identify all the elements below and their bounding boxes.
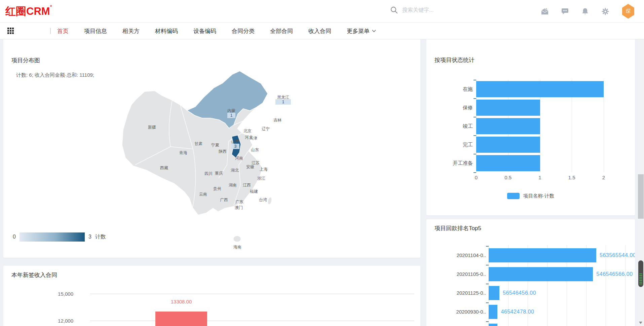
province-label: 广东 — [235, 200, 243, 204]
nav-item-5[interactable]: 设备编码 — [193, 27, 216, 35]
nav-item-8[interactable]: 收入合同 — [308, 27, 331, 35]
payment-row-label: 20201104-0.. — [439, 248, 486, 262]
payment-bar-4[interactable] — [489, 305, 497, 319]
project-status-stats-card: 按项目状态统计 00.511.52在施保修竣工完工开工准备 项目名称·计数 — [426, 38, 635, 215]
axis-tick — [473, 117, 476, 117]
y-tick-15000: 15,000 — [43, 291, 73, 297]
brand-logo: 红圈CRM° — [5, 4, 52, 19]
nav-item-2[interactable]: 项目信息 — [84, 27, 107, 35]
nav-item-7[interactable]: 全部合同 — [270, 27, 293, 35]
axis-tick — [486, 321, 489, 322]
province-label: 重庆 — [215, 171, 223, 176]
vertical-scrollbar[interactable] — [638, 33, 644, 326]
scroll-indicator-widget[interactable] — [638, 260, 643, 287]
payment-row-label: 20200930-0.. — [439, 305, 486, 319]
scrollbar-thumb[interactable] — [638, 174, 644, 219]
x-tick-label: 1 — [532, 175, 548, 180]
status-bar-chart: 00.511.52在施保修竣工完工开工准备 — [426, 38, 635, 215]
notification-bell-icon[interactable] — [581, 7, 589, 15]
province-label: 浙江 — [257, 176, 265, 181]
province-label: 辽宁 — [262, 126, 270, 131]
x-tick-label: 1.5 — [563, 175, 580, 180]
legend-gradient[interactable] — [20, 232, 85, 242]
province-label: 湖南 — [229, 183, 237, 187]
map-value-label: 1 — [230, 113, 233, 118]
chevron-down-icon — [372, 30, 376, 32]
payment-value-label: 46542478.00 — [501, 305, 534, 319]
status-bar-保修[interactable] — [476, 100, 540, 116]
payment-bar-1[interactable] — [489, 248, 596, 262]
payment-row-label: 20201125-0.. — [439, 286, 486, 300]
status-legend: 项目名称·计数 — [426, 193, 635, 199]
status-bar-开工准备[interactable] — [476, 155, 540, 171]
province-label: 云南 — [199, 192, 207, 196]
x-tick-label: 2 — [595, 175, 612, 180]
settings-gear-icon[interactable] — [601, 7, 609, 15]
province-label: 西藏 — [160, 166, 168, 170]
payment-value-label: 563565544.00 — [600, 248, 635, 262]
gridline-12000 — [90, 321, 414, 321]
payment-bar-2[interactable] — [489, 267, 593, 281]
payment-value-label: 56546456.00 — [503, 286, 536, 300]
chat-icon[interactable] — [561, 7, 569, 15]
axis-tick — [473, 80, 476, 80]
province-label: 吉林 — [273, 118, 282, 122]
search-icon[interactable] — [390, 6, 398, 14]
nav-item-1[interactable]: 首页 — [57, 27, 69, 35]
province-label: 黑龙江 — [277, 95, 289, 100]
search-input[interactable] — [402, 7, 503, 13]
payment-ranking-card: 项目回款排名Top5 20201104-0..563565544.0020201… — [426, 219, 635, 326]
axis-tick — [473, 98, 476, 99]
legend-label: 项目名称·计数 — [523, 193, 554, 199]
nav-divider — [50, 28, 51, 34]
province-label: 上海 — [260, 167, 268, 172]
axis-tick — [473, 154, 476, 154]
nav-item-6[interactable]: 合同分类 — [232, 27, 255, 35]
apps-grid-icon[interactable] — [7, 28, 14, 34]
province-label: 澳门 — [235, 205, 243, 210]
province-label: 河南 — [235, 156, 243, 160]
legend-unit: 计数 — [95, 233, 106, 241]
contract-card-title: 本年新签收入合同 — [11, 271, 57, 279]
province-label: 安徽 — [246, 165, 254, 169]
nav-item-4[interactable]: 材料编码 — [155, 27, 178, 35]
category-label: 开工准备 — [429, 155, 473, 171]
category-label: 在施 — [429, 81, 473, 97]
status-bar-竣工[interactable] — [476, 118, 540, 134]
payment-bar-chart: 20201104-0..563565544.0020201105-0..5465… — [426, 219, 635, 326]
province-label: 山东 — [251, 147, 259, 152]
page: 红圈CRM° 琛 — [0, 0, 644, 326]
province-label: 贵州 — [213, 186, 221, 191]
payment-bar-5[interactable] — [489, 324, 497, 326]
legend-max: 3 — [88, 234, 91, 240]
island-taiwan — [267, 197, 272, 205]
status-bar-在施[interactable] — [476, 81, 604, 97]
nav-item-more-menu[interactable]: 更多菜单 — [347, 27, 376, 35]
header-icons: 琛 — [541, 0, 635, 23]
mail-compose-icon[interactable] — [541, 7, 549, 15]
province-label: 湖北 — [231, 168, 239, 173]
user-avatar[interactable]: 琛 — [621, 4, 635, 19]
global-search — [390, 6, 503, 14]
legend-swatch[interactable] — [507, 193, 520, 199]
axis-tick — [473, 172, 476, 173]
axis-tick — [486, 284, 489, 284]
province-label: 海南 — [233, 245, 241, 249]
logo-degree-mark: ° — [50, 4, 52, 10]
province-label: 甘肃 — [194, 141, 202, 146]
contract-bar[interactable] — [155, 312, 207, 326]
province-label: 陕西 — [219, 149, 227, 154]
province-label: 广西 — [220, 197, 228, 202]
x-tick-label: 0.5 — [500, 175, 517, 180]
map-card-title: 项目分布图 — [11, 57, 40, 64]
status-bar-完工[interactable] — [476, 137, 540, 153]
gridline — [604, 80, 604, 172]
payment-bar-3[interactable] — [489, 286, 499, 300]
category-label: 保修 — [429, 100, 473, 116]
legend-min: 0 — [13, 234, 16, 240]
province-label: 新疆 — [148, 125, 156, 130]
nav-bar: 首页项目信息相关方材料编码设备编码合同分类全部合同收入合同 更多菜单 — [0, 23, 644, 39]
map-value-legend: 0 3 计数 — [13, 231, 106, 243]
nav-item-3[interactable]: 相关方 — [122, 27, 140, 35]
scroll-down-arrow[interactable] — [639, 322, 642, 324]
